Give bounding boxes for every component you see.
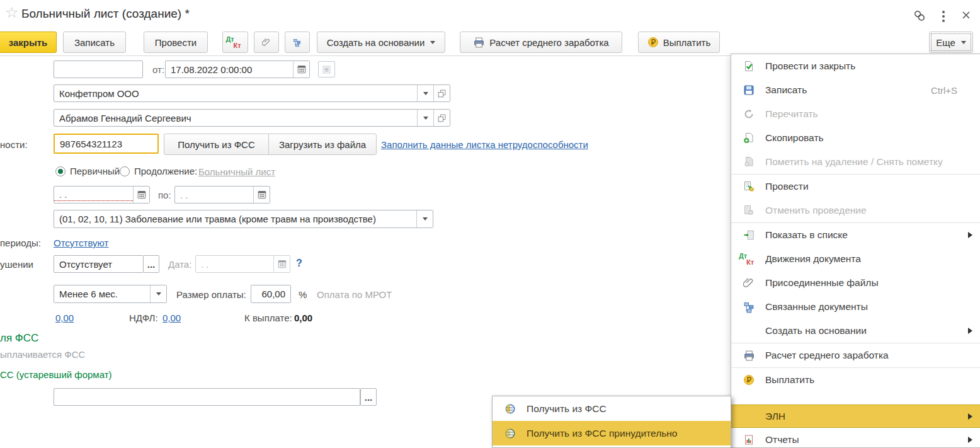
menu-item-label: Расчет среднего заработка [765, 350, 972, 361]
document-date-value[interactable]: 17.08.2022 0:00:00 [166, 64, 293, 75]
close-icon[interactable] [960, 9, 972, 21]
linked-documents-button[interactable] [285, 32, 310, 53]
copy-icon [743, 132, 755, 144]
violation-field[interactable]: Отсутствует [54, 255, 144, 273]
menu-item-linked-documents[interactable]: Связанные документы [731, 295, 980, 319]
fss-registry-header[interactable]: СС (устаревший формат) [0, 369, 112, 380]
pay-size-input[interactable] [251, 285, 291, 303]
period-start-date-field[interactable]: . . [54, 186, 150, 204]
menu-item-post-and-close[interactable]: Провести и закрыть [731, 54, 980, 78]
experience-field[interactable]: Менее 6 мес. [54, 285, 167, 303]
calendar-icon[interactable] [253, 187, 270, 203]
menu-item-document-movements[interactable]: ДтКт Движения документа [731, 247, 980, 271]
get-from-fss-button[interactable]: Получить из ФСС [164, 134, 269, 155]
help-icon[interactable]: ? [296, 258, 302, 269]
avg-earnings-button[interactable]: Расчет среднего заработка [460, 32, 622, 53]
fss-registry-input[interactable] [54, 388, 360, 406]
save-button[interactable]: Записать [63, 32, 126, 53]
continuation-document-link[interactable]: Больничный лист [198, 166, 275, 177]
ruble-coin-icon [743, 374, 755, 386]
menu-item-eln[interactable]: ЭЛН [731, 405, 980, 428]
calendar-icon[interactable] [293, 61, 309, 78]
employee-field[interactable]: Абрамов Геннадий Сергеевич [54, 109, 450, 127]
menu-item-label: Провести и закрыть [765, 60, 972, 72]
organization-value[interactable]: Конфетпром ООО [54, 88, 417, 99]
fss-section-header[interactable]: ля ФСС [0, 332, 38, 345]
period-end-date-field[interactable]: . . [174, 186, 270, 204]
document-notes-button[interactable] [318, 61, 335, 78]
post-button[interactable]: Провести [144, 32, 208, 53]
dropdown-arrow-icon[interactable] [416, 210, 433, 227]
document-number-input[interactable] [54, 60, 143, 78]
document-movements-button[interactable]: ДтКт [222, 32, 248, 53]
violation-ellipsis-button[interactable]: ... [144, 255, 159, 273]
favorite-star-icon[interactable]: ☆ [5, 5, 19, 20]
to-pay-label: К выплате: [244, 313, 292, 323]
more-options-kebab-icon[interactable] [940, 8, 947, 25]
fill-sick-leave-data-link[interactable]: Заполнить данные листка нетрудоспособнос… [381, 139, 588, 150]
sick-leave-number-input[interactable] [54, 134, 159, 154]
violation-date-value[interactable]: . . [196, 259, 273, 270]
menu-item-unpost[interactable]: Отменить проведение [731, 198, 980, 222]
menu-item-label: Скопировать [765, 132, 972, 144]
menu-item-reread[interactable]: Перечитать [731, 102, 980, 126]
experience-value[interactable]: Менее 6 мес. [54, 289, 150, 299]
radio-primary[interactable]: Первичный [55, 166, 120, 176]
open-form-icon[interactable] [433, 85, 450, 101]
radio-continuation[interactable]: Продолжение: [120, 166, 197, 176]
menu-item-avg-earnings[interactable]: Расчет среднего заработка [731, 343, 980, 367]
create-based-on-button[interactable]: Создать на основании [317, 32, 445, 53]
menu-item-mark-deletion[interactable]: Пометить на удаление / Снять пометку [731, 150, 980, 174]
ndfl-amount-link[interactable]: 0,00 [162, 313, 181, 323]
menu-item-save[interactable]: Записать Ctrl+S [731, 78, 980, 102]
menu-item-attached-files[interactable]: Присоединенные файлы [731, 271, 980, 295]
violation-value[interactable]: Отсутствует [54, 259, 143, 270]
menu-item-reports[interactable]: Отчеты [731, 428, 980, 448]
menu-item-label: Показать в списке [765, 229, 968, 241]
radio-unselected-icon[interactable] [120, 166, 130, 176]
dropdown-arrow-icon[interactable] [150, 285, 166, 302]
period-end-date-value[interactable]: . . [175, 190, 253, 200]
dropdown-arrow-icon[interactable] [417, 110, 433, 126]
menu-item-pay[interactable]: Выплатить [731, 368, 980, 392]
disability-cause-field[interactable]: (01, 02, 10, 11) Заболевание или травма … [54, 210, 433, 228]
calendar-icon[interactable] [273, 256, 290, 272]
refresh-icon [743, 108, 755, 120]
periods-label: периоды: [0, 238, 41, 248]
menu-item-label: Связанные документы [765, 301, 972, 313]
period-start-date-value[interactable]: . . [54, 189, 133, 201]
organization-field[interactable]: Конфетпром ООО [54, 84, 450, 102]
menu-item-create-based-on[interactable]: Создать на основании [731, 319, 980, 343]
radio-selected-icon[interactable] [55, 166, 66, 176]
violation-date-field[interactable]: . . [195, 255, 290, 273]
disability-cause-value[interactable]: (01, 02, 10, 11) Заболевание или травма … [54, 214, 416, 224]
mark-delete-icon [743, 156, 755, 168]
submenu-item-get-from-fss[interactable]: Получить из ФСС [493, 396, 731, 421]
open-form-icon[interactable] [433, 110, 450, 126]
paperclip-icon [262, 37, 271, 48]
fss-registry-ellipsis-button[interactable]: ... [360, 388, 377, 406]
submenu-arrow-icon [968, 437, 972, 443]
employee-value[interactable]: Абрамов Геннадий Сергеевич [54, 113, 417, 123]
violation-label: ушении [0, 259, 33, 270]
submenu-arrow-icon [968, 232, 972, 238]
menu-item-label: Провести [765, 181, 972, 192]
post-and-close-button[interactable]: закрыть [0, 32, 57, 53]
periods-absent-link[interactable]: Отсутствуют [54, 238, 108, 248]
submenu-item-get-from-fss-forced[interactable]: Получить из ФСС принудительно [493, 421, 731, 445]
more-button[interactable]: Еще [929, 32, 973, 53]
get-link-icon[interactable] [912, 8, 927, 23]
load-from-file-label: Загрузить из файла [279, 139, 366, 150]
document-date-field[interactable]: 17.08.2022 0:00:00 [165, 60, 310, 78]
violation-date-label: Дата: [168, 259, 191, 270]
menu-item-post[interactable]: Провести [731, 175, 980, 198]
menu-item-copy[interactable]: Скопировать [731, 126, 980, 150]
dropdown-arrow-icon[interactable] [417, 85, 433, 101]
menu-item-show-in-list[interactable]: Показать в списке [731, 223, 980, 247]
load-from-file-button[interactable]: Загрузить из файла [268, 134, 377, 155]
calendar-icon[interactable] [133, 187, 149, 203]
pay-button[interactable]: Выплатить [638, 32, 720, 53]
accrued-amount-link[interactable]: 0,00 [55, 313, 74, 323]
printer-icon [743, 349, 755, 362]
attached-files-button[interactable] [254, 32, 279, 53]
